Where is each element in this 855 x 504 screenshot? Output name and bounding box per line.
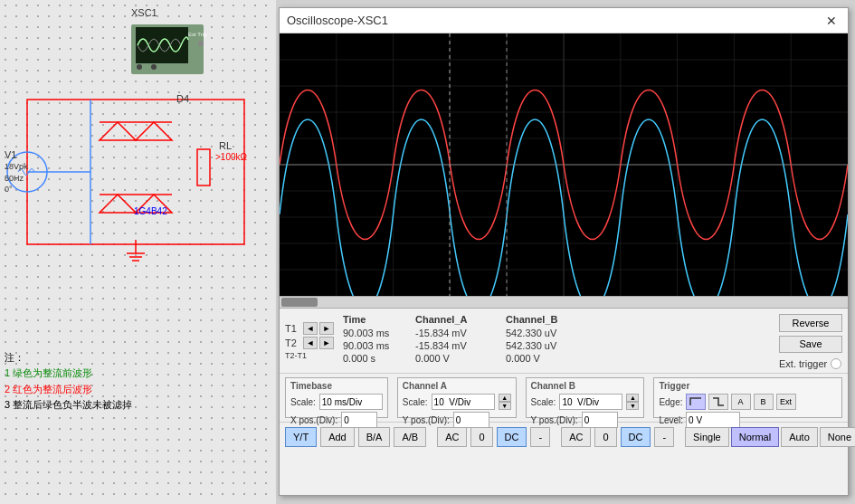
- auto-button[interactable]: Auto: [781, 427, 818, 447]
- svg-point-4: [151, 64, 157, 70]
- measurements-panel: T1 ◄ ► T2 ◄ ► T2-T1 Time Channel_A Chann…: [280, 309, 848, 374]
- chb-scale-row: Scale: ▲ ▼: [531, 394, 640, 410]
- reverse-button[interactable]: Reverse: [779, 314, 842, 332]
- timebase-xpos-row: X pos.(Div):: [290, 412, 383, 428]
- trigger-rising-btn[interactable]: [686, 394, 706, 410]
- ac-a-button[interactable]: AC: [437, 427, 467, 447]
- v1-label: V1: [5, 149, 16, 160]
- timebase-xpos-input[interactable]: [341, 412, 377, 428]
- svg-marker-14: [100, 195, 136, 213]
- timebase-scale-row: Scale:: [290, 394, 383, 410]
- yt-button[interactable]: Y/T: [285, 427, 317, 447]
- diff-chb: 0.000 V: [504, 353, 594, 364]
- cha-scale-spinbox: ▲ ▼: [499, 394, 511, 410]
- ac-b-button[interactable]: AC: [561, 427, 591, 447]
- t2-chb: 542.330 uV: [504, 340, 594, 351]
- diode-model: 1G4B42: [134, 206, 167, 216]
- zero-b-button[interactable]: 0: [594, 427, 616, 447]
- zero-a-button[interactable]: 0: [470, 427, 492, 447]
- trigger-group: Trigger Edge: A B Ext Level:: [653, 377, 842, 418]
- single-button[interactable]: Single: [685, 427, 729, 447]
- chb-scale-input[interactable]: [559, 394, 622, 410]
- d4-label: D4: [176, 93, 189, 104]
- svg-rect-18: [197, 149, 210, 185]
- oscilloscope-window: Oscilloscope-XSC1 ✕: [279, 7, 849, 496]
- dc-b-button[interactable]: DC: [621, 427, 651, 447]
- chb-scale-down[interactable]: ▼: [626, 402, 639, 410]
- trigger-level-row: Level:: [659, 412, 837, 428]
- normal-button[interactable]: Normal: [731, 427, 779, 447]
- cha-scale-down[interactable]: ▼: [499, 402, 511, 410]
- cha-scale-label: Scale:: [403, 397, 428, 407]
- close-button[interactable]: ✕: [822, 14, 841, 28]
- chb-scale-label: Scale:: [531, 397, 556, 407]
- minus-a-button[interactable]: -: [530, 427, 550, 447]
- osc-waveform-canvas: [280, 33, 848, 296]
- chb-scale-up[interactable]: ▲: [626, 394, 639, 402]
- t1-right-btn[interactable]: ►: [319, 322, 334, 335]
- trigger-ext-btn[interactable]: Ext: [776, 394, 796, 410]
- cursor-controls: T1 ◄ ► T2 ◄ ► T2-T1: [285, 312, 334, 369]
- minus-b-button[interactable]: -: [654, 427, 674, 447]
- channel-b-group: Channel B Scale: ▲ ▼ Y pos.(Div):: [526, 377, 645, 418]
- t2-left-btn[interactable]: ◄: [303, 337, 318, 349]
- timebase-scale-input[interactable]: [319, 394, 383, 410]
- t2t1-label: T2-T1: [285, 351, 314, 360]
- cha-ypos-input[interactable]: [453, 412, 489, 428]
- dc-a-button[interactable]: DC: [497, 427, 527, 447]
- timebase-group: Timebase Scale: X pos.(Div):: [285, 377, 388, 418]
- meas-header-row: Time Channel_A Channel_B: [341, 312, 772, 327]
- bottom-buttons: Y/T Add B/A A/B AC 0 DC - AC 0 DC - Sing…: [280, 423, 848, 452]
- rl-value: >100kΩ: [215, 152, 247, 162]
- meas-cha-header: Channel_A: [413, 314, 504, 325]
- side-buttons: Reverse Save Ext. trigger: [779, 312, 842, 369]
- chb-ypos-row: Y pos.(Div):: [531, 412, 640, 428]
- note-header: 注：: [5, 352, 24, 363]
- osc-title: Oscilloscope-XSC1: [287, 14, 388, 27]
- cha-scale-up[interactable]: ▲: [499, 394, 511, 402]
- timebase-xpos-label: X pos.(Div):: [290, 415, 337, 425]
- ext-trigger-radio[interactable]: [831, 358, 841, 369]
- cha-scale-input[interactable]: [432, 394, 495, 410]
- t2-cursor-row: T2 ◄ ►: [285, 337, 334, 349]
- t1-left-btn[interactable]: ◄: [303, 322, 318, 335]
- channel-a-label: Channel A: [403, 381, 511, 391]
- ba-button[interactable]: B/A: [358, 427, 391, 447]
- svg-marker-10: [100, 122, 136, 140]
- add-button[interactable]: Add: [320, 427, 355, 447]
- t2-cha: -15.834 mV: [413, 340, 504, 351]
- trigger-b-btn[interactable]: B: [754, 394, 774, 410]
- ext-trigger-label: Ext. trigger: [779, 358, 827, 369]
- none-button[interactable]: None: [820, 427, 855, 447]
- osc-scrollbar[interactable]: [280, 296, 848, 309]
- trigger-level-label: Level:: [659, 415, 683, 425]
- trigger-a-btn[interactable]: A: [731, 394, 751, 410]
- cha-ypos-row: Y pos.(Div):: [403, 412, 511, 428]
- trigger-falling-btn[interactable]: [708, 394, 728, 410]
- ext-trigger-row: Ext. trigger: [779, 358, 842, 369]
- scrollbar-thumb[interactable]: [281, 298, 318, 307]
- controls-panel: Timebase Scale: X pos.(Div): Channel A S…: [280, 374, 848, 423]
- trigger-edge-row: Edge: A B Ext: [659, 394, 837, 410]
- note-line2: 2 红色为整流后波形: [5, 384, 92, 395]
- osc-display: [280, 33, 848, 296]
- timebase-label: Timebase: [290, 381, 383, 391]
- channel-a-group: Channel A Scale: ▲ ▼ Y pos.(Div):: [397, 377, 517, 418]
- rl-label: RL: [219, 140, 232, 151]
- trigger-level-input[interactable]: [686, 412, 740, 428]
- t2-right-btn[interactable]: ►: [319, 337, 334, 349]
- t2-label: T2: [285, 338, 301, 348]
- measurements-table: Time Channel_A Channel_B 90.003 ms -15.8…: [341, 312, 772, 369]
- diff-time: 0.000 s: [341, 353, 413, 364]
- svg-point-5: [198, 41, 204, 46]
- meas-time-header: Time: [341, 314, 413, 325]
- diff-cha: 0.000 V: [413, 353, 504, 364]
- chb-ypos-input[interactable]: [582, 412, 618, 428]
- ab-button[interactable]: A/B: [394, 427, 426, 447]
- v1-params: 18Vpk50Hz0°: [5, 161, 28, 195]
- chb-scale-spinbox: ▲ ▼: [626, 394, 639, 410]
- chb-ypos-label: Y pos.(Div):: [531, 415, 578, 425]
- osc-titlebar: Oscilloscope-XSC1 ✕: [280, 8, 848, 33]
- save-button[interactable]: Save: [779, 336, 842, 354]
- note-line1: 1 绿色为整流前波形: [5, 367, 92, 378]
